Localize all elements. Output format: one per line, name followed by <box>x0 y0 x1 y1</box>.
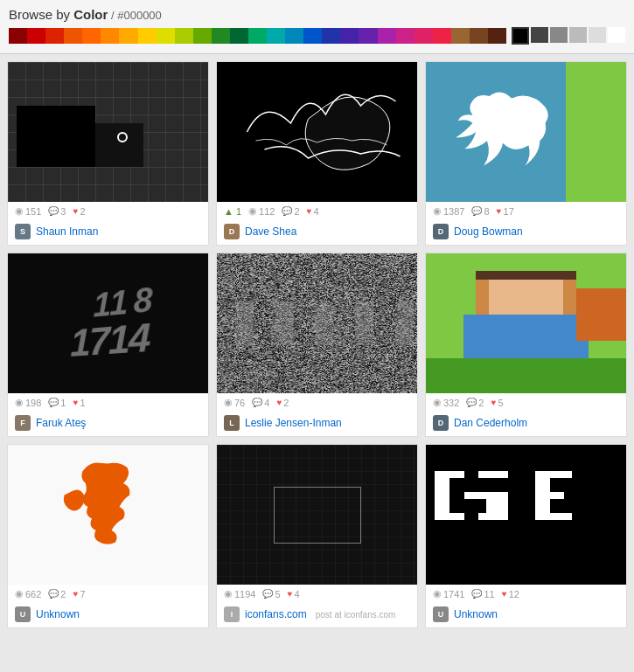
card-author[interactable]: FFaruk Ateş <box>8 412 208 436</box>
card-image[interactable] <box>426 253 626 393</box>
color-swatch[interactable] <box>285 28 303 44</box>
color-swatch[interactable] <box>303 28 322 44</box>
color-swatch[interactable] <box>359 28 377 44</box>
color-swatch[interactable] <box>9 28 27 44</box>
card-image[interactable] <box>217 445 417 585</box>
color-swatch[interactable] <box>267 28 285 44</box>
stats-row: ◉ 1387💬 8♥ 17 <box>426 202 626 220</box>
like-stat: ♥ 7 <box>73 589 85 599</box>
color-swatch[interactable] <box>470 28 488 44</box>
card: ◉ 1741💬 11♥ 12UUnknown <box>425 444 627 628</box>
title-bold: Color <box>73 7 108 22</box>
color-swatch[interactable] <box>433 28 451 44</box>
page-header: Browse by Color / #000000 <box>0 0 634 54</box>
gray-swatch[interactable] <box>608 27 625 43</box>
card-image[interactable] <box>8 445 208 585</box>
color-swatch[interactable] <box>119 28 137 44</box>
avatar: U <box>433 606 449 622</box>
image-grid: ◉ 151💬 3♥ 2SShaun Inman▲ 1◉ 112💬 2♥ 4DDa… <box>0 54 634 635</box>
color-swatch[interactable] <box>27 28 45 44</box>
gray-swatch[interactable] <box>531 27 548 43</box>
gray-swatch[interactable] <box>512 27 529 45</box>
comment-stat: 💬 5 <box>262 589 280 599</box>
card-author[interactable]: UUnknown <box>426 603 626 627</box>
color-swatch[interactable] <box>64 28 82 44</box>
avatar: F <box>15 415 31 431</box>
color-swatch[interactable] <box>193 28 212 44</box>
card-author[interactable]: SShaun Inman <box>8 220 208 245</box>
like-stat: ♥ 4 <box>288 589 300 599</box>
author-name: Dave Shea <box>245 225 296 238</box>
color-swatch[interactable] <box>212 28 230 44</box>
color-swatch[interactable] <box>322 28 340 44</box>
comment-stat: 💬 2 <box>48 589 66 599</box>
color-swatch[interactable] <box>415 28 433 44</box>
color-swatch[interactable] <box>101 28 119 44</box>
color-swatch[interactable] <box>378 28 396 44</box>
color-swatch[interactable] <box>157 28 175 44</box>
color-swatch[interactable] <box>396 28 415 44</box>
card-note: post at iconfans.com <box>316 610 396 620</box>
like-stat: ♥ 12 <box>502 589 519 599</box>
card-author[interactable]: DDave Shea <box>217 220 417 245</box>
like-stat: ♥ 17 <box>497 206 514 217</box>
color-swatch[interactable] <box>45 28 64 44</box>
stats-row: ◉ 151💬 3♥ 2 <box>8 202 208 220</box>
avatar: S <box>15 224 31 239</box>
card-image[interactable] <box>426 62 626 202</box>
card-author[interactable]: LLeslie Jensen-Inman <box>217 412 417 436</box>
avatar: D <box>433 224 449 239</box>
color-swatch[interactable] <box>82 28 101 44</box>
noise-canvas <box>217 253 417 393</box>
rect-outline <box>274 487 361 544</box>
title-prefix: Browse by <box>9 7 73 22</box>
avatar: D <box>224 224 240 239</box>
comment-stat: 💬 2 <box>466 398 484 408</box>
like-stat: ♥ 2 <box>73 206 85 217</box>
color-swatch[interactable] <box>175 28 193 44</box>
gray-swatch[interactable] <box>569 27 587 43</box>
color-swatch[interactable] <box>230 28 248 44</box>
view-stat: ◉ 1387 <box>433 205 464 217</box>
comment-stat: 💬 1 <box>48 398 66 408</box>
view-stat: ◉ 662 <box>15 588 41 599</box>
card-image[interactable] <box>8 62 208 202</box>
author-name: Unknown <box>36 608 80 620</box>
like-stat: ♥ 4 <box>307 206 319 217</box>
view-stat: ◉ 151 <box>15 205 41 217</box>
avatar: U <box>15 606 31 622</box>
card-image[interactable] <box>217 253 417 393</box>
card: ◉ 1387💬 8♥ 17DDoug Bowman <box>425 61 627 246</box>
avatar: D <box>433 415 449 431</box>
card: ◉ 1194💬 5♥ 4Iiconfans.compost at iconfan… <box>216 444 418 628</box>
color-swatch[interactable] <box>340 28 359 44</box>
card-author[interactable]: DDoug Bowman <box>426 220 626 245</box>
author-name: Dan Cederholm <box>454 417 527 429</box>
color-swatch[interactable] <box>451 28 470 44</box>
gray-swatch[interactable] <box>589 27 606 43</box>
card-author[interactable]: Iiconfans.compost at iconfans.com <box>217 603 417 627</box>
author-name: Faruk Ateş <box>36 417 86 429</box>
author-name: Unknown <box>454 608 498 620</box>
author-name: Leslie Jensen-Inman <box>245 417 342 429</box>
card-author[interactable]: DDan Cederholm <box>426 412 626 436</box>
author-name: Doug Bowman <box>454 225 523 238</box>
card-image[interactable]: 11 81714 <box>8 253 208 393</box>
gray-swatch[interactable] <box>550 27 568 43</box>
card: ◉ 76💬 4♥ 2LLeslie Jensen-Inman <box>216 253 418 437</box>
comment-stat: 💬 8 <box>471 206 489 217</box>
card-author[interactable]: UUnknown <box>8 603 208 627</box>
color-swatch[interactable] <box>138 28 157 44</box>
comment-stat: 💬 2 <box>282 206 299 217</box>
avatar: I <box>224 606 240 622</box>
stats-row: ◉ 1741💬 11♥ 12 <box>426 585 626 603</box>
comment-stat: 💬 11 <box>471 589 494 599</box>
view-stat: ◉ 1194 <box>224 588 255 599</box>
card-image[interactable] <box>217 62 417 202</box>
card-image[interactable] <box>426 445 626 585</box>
view-stat: ◉ 76 <box>224 397 245 408</box>
color-swatch[interactable] <box>488 28 506 44</box>
stats-row: ◉ 332💬 2♥ 5 <box>426 393 626 412</box>
like-stat: ♥ 5 <box>491 398 503 408</box>
color-swatch[interactable] <box>248 28 267 44</box>
